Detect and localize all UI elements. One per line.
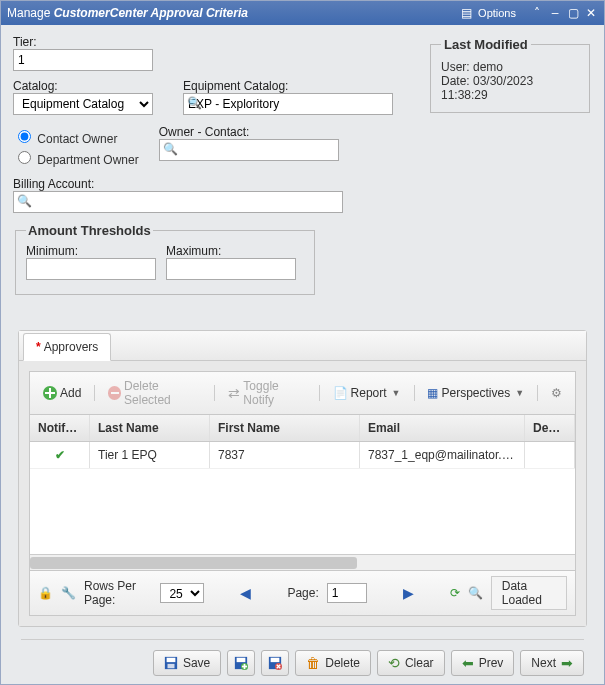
equipment-catalog-input[interactable] [183, 93, 393, 115]
check-icon: ✔ [55, 448, 65, 462]
options-icon: ▤ [461, 6, 472, 20]
report-button[interactable]: 📄 Report ▼ [326, 383, 408, 403]
report-label: Report [351, 386, 387, 400]
save-button[interactable]: Save [153, 650, 221, 676]
delete-label: Delete [325, 656, 360, 670]
col-header-last-name[interactable]: Last Name [90, 415, 210, 441]
last-modified-panel: Last Modified User: demo Date: 03/30/202… [430, 37, 590, 113]
grid-header: Notify▴▾ Last Name First Name Email Depa… [30, 415, 575, 442]
separator [94, 385, 95, 401]
refresh-icon: ⟲ [388, 655, 400, 671]
owner-contact-label: Owner - Contact: [159, 125, 339, 139]
billing-account-input[interactable] [13, 191, 343, 213]
settings-button[interactable]: ⚙ [544, 383, 569, 403]
collapse-icon[interactable]: ˄ [530, 6, 544, 20]
next-button[interactable]: Next ➡ [520, 650, 584, 676]
equipment-catalog-label: Equipment Catalog: [183, 79, 393, 93]
page-next-button[interactable]: ▶ [399, 585, 418, 601]
shuffle-icon: ⇄ [228, 385, 240, 401]
gear-icon: ⚙ [551, 386, 562, 400]
save-new-button[interactable] [227, 650, 255, 676]
wrench-icon[interactable]: 🔧 [61, 586, 76, 600]
clear-button[interactable]: ⟲ Clear [377, 650, 445, 676]
minimize-icon[interactable]: – [548, 6, 562, 20]
content: Last Modified User: demo Date: 03/30/202… [1, 25, 604, 685]
search-icon: 🔍 [163, 142, 178, 156]
refresh-icon[interactable]: ⟳ [450, 586, 460, 600]
scrollbar-thumb[interactable] [30, 557, 357, 569]
title-options: ▤ Options ˄ – ▢ ✕ [461, 6, 598, 20]
required-star-icon: * [36, 340, 41, 354]
col-header-notify[interactable]: Notify▴▾ [30, 415, 90, 441]
save-close-icon [268, 656, 282, 670]
page-prev-button[interactable]: ◀ [236, 585, 255, 601]
options-button[interactable]: Options [478, 7, 516, 19]
col-notify-label: Notify [38, 421, 77, 435]
department-owner-radio[interactable]: Department Owner [13, 148, 139, 167]
col-header-email[interactable]: Email [360, 415, 525, 441]
zoom-icon[interactable]: 🔍 [468, 586, 483, 600]
save-icon [164, 656, 178, 670]
maximum-field: Maximum: [166, 244, 296, 280]
pager-status: Data Loaded [491, 576, 567, 610]
next-label: Next [531, 656, 556, 670]
minimum-input[interactable] [26, 258, 156, 280]
cell-email: 7837_1_eqp@mailinator.com [360, 442, 525, 468]
equipment-catalog-field: Equipment Catalog: 🔍 [183, 79, 393, 115]
page-input[interactable] [327, 583, 367, 603]
window: Manage CustomerCenter Approval Criteria … [0, 0, 605, 685]
owner-radio-group: Contact Owner Department Owner [13, 125, 139, 169]
title-strong: CustomerCenter Approval Criteria [54, 6, 248, 20]
bottom-bar: Save 🗑 Delete ⟲ Clear ⬅ Prev Next [21, 639, 584, 676]
contact-owner-radio-input[interactable] [18, 130, 31, 143]
plus-icon [43, 386, 57, 400]
table-row[interactable]: ✔ Tier 1 EPQ 7837 7837_1_eqp@mailinator.… [30, 442, 575, 469]
maximize-icon[interactable]: ▢ [566, 6, 580, 20]
toggle-notify-label: Toggle Notify [243, 379, 305, 407]
maximum-input[interactable] [166, 258, 296, 280]
col-header-first-name[interactable]: First Name [210, 415, 360, 441]
last-modified-legend: Last Modified [441, 37, 531, 52]
trash-icon: 🗑 [306, 655, 320, 671]
delete-button[interactable]: 🗑 Delete [295, 650, 371, 676]
separator [214, 385, 215, 401]
owner-contact-input[interactable] [159, 139, 339, 161]
tier-input[interactable] [13, 49, 153, 71]
prev-button[interactable]: ⬅ Prev [451, 650, 515, 676]
rows-per-page-select[interactable]: 25 [160, 583, 204, 603]
minimum-label: Minimum: [26, 244, 156, 258]
minimum-field: Minimum: [26, 244, 156, 280]
window-title: Manage CustomerCenter Approval Criteria [7, 6, 461, 20]
search-icon: 🔍 [17, 194, 32, 208]
date-label: Date: [441, 74, 473, 88]
perspectives-icon: ▦ [427, 386, 438, 400]
cell-notify: ✔ [30, 442, 90, 468]
title-prefix: Manage [7, 6, 54, 20]
contact-owner-radio[interactable]: Contact Owner [13, 127, 139, 146]
col-header-department[interactable]: Department [525, 415, 575, 441]
cell-first-name: 7837 [210, 442, 360, 468]
delete-selected-button: Delete Selected [101, 376, 208, 410]
chevron-down-icon: ▼ [392, 388, 401, 398]
thresholds-legend: Amount Thresholds [26, 223, 153, 238]
close-icon[interactable]: ✕ [584, 6, 598, 20]
catalog-select[interactable]: Equipment Catalog [13, 93, 153, 115]
last-modified-date: Date: 03/30/2023 11:38:29 [441, 74, 579, 102]
department-owner-radio-input[interactable] [18, 151, 31, 164]
tab-approvers[interactable]: *Approvers [23, 333, 111, 361]
clear-label: Clear [405, 656, 434, 670]
lock-icon[interactable]: 🔒 [38, 586, 53, 600]
save-label: Save [183, 656, 210, 670]
catalog-label: Catalog: [13, 79, 153, 93]
tab-approvers-label: Approvers [44, 340, 99, 354]
page-label: Page: [287, 586, 318, 600]
perspectives-button[interactable]: ▦ Perspectives ▼ [420, 383, 531, 403]
save-close-button[interactable] [261, 650, 289, 676]
svg-rect-7 [242, 666, 247, 668]
catalog-field: Catalog: Equipment Catalog [13, 79, 153, 115]
add-button[interactable]: Add [36, 383, 88, 403]
horizontal-scrollbar[interactable] [30, 554, 575, 570]
pager: 🔒 🔧 Rows Per Page: 25 ◀ Page: ▶ [30, 570, 575, 615]
owner-contact-field: Owner - Contact: 🔍 [159, 125, 339, 161]
approvers-panel: *Approvers Add Delete Selected [18, 330, 587, 627]
